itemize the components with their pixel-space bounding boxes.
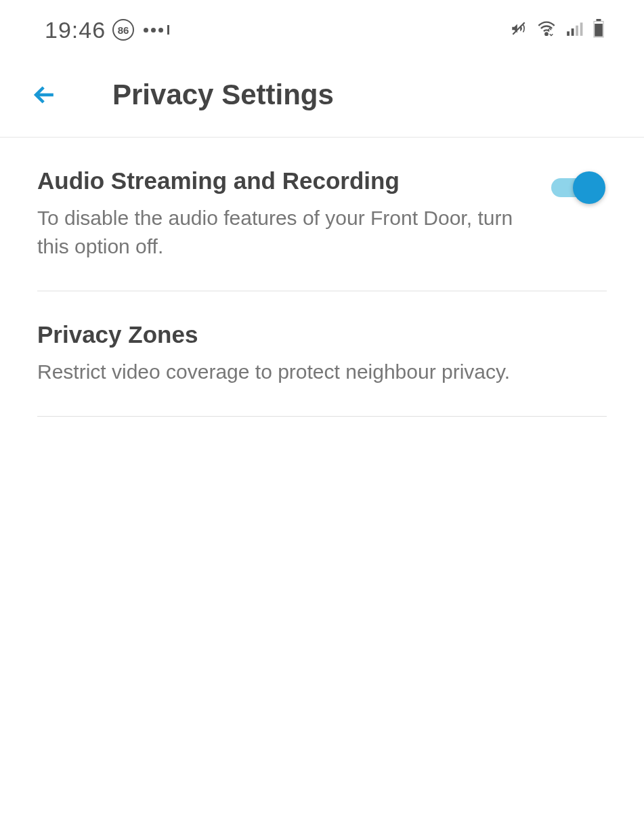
setting-content: Privacy Zones Restrict video coverage to… (37, 321, 607, 386)
audio-streaming-toggle[interactable] (551, 171, 601, 194)
svg-rect-8 (595, 24, 603, 37)
svg-point-1 (545, 33, 548, 35)
settings-list: Audio Streaming and Recording To disable… (0, 138, 644, 417)
setting-description: To disable the audio features of your Fr… (37, 204, 525, 261)
back-button[interactable] (30, 80, 60, 110)
svg-rect-5 (580, 22, 583, 36)
battery-icon (593, 19, 605, 41)
app-header: Privacy Settings (0, 60, 644, 138)
signal-icon (565, 20, 583, 40)
status-bar: 19:46 86 (0, 0, 644, 60)
status-badge: 86 (112, 19, 134, 41)
svg-rect-2 (567, 31, 570, 36)
svg-rect-4 (576, 26, 578, 36)
back-arrow-icon (30, 80, 60, 110)
setting-audio-streaming[interactable]: Audio Streaming and Recording To disable… (37, 138, 607, 291)
more-dots-icon (144, 25, 169, 35)
status-time: 19:46 (45, 17, 106, 43)
svg-rect-3 (572, 28, 574, 36)
setting-privacy-zones[interactable]: Privacy Zones Restrict video coverage to… (37, 291, 607, 417)
page-title: Privacy Settings (112, 79, 334, 111)
vibrate-icon (510, 20, 528, 40)
setting-title: Privacy Zones (37, 321, 607, 348)
setting-title: Audio Streaming and Recording (37, 167, 551, 194)
setting-content: Audio Streaming and Recording To disable… (37, 167, 551, 261)
wifi-icon (537, 19, 556, 41)
status-bar-right (510, 19, 605, 41)
status-bar-left: 19:46 86 (45, 17, 169, 43)
setting-description: Restrict video coverage to protect neigh… (37, 358, 525, 386)
